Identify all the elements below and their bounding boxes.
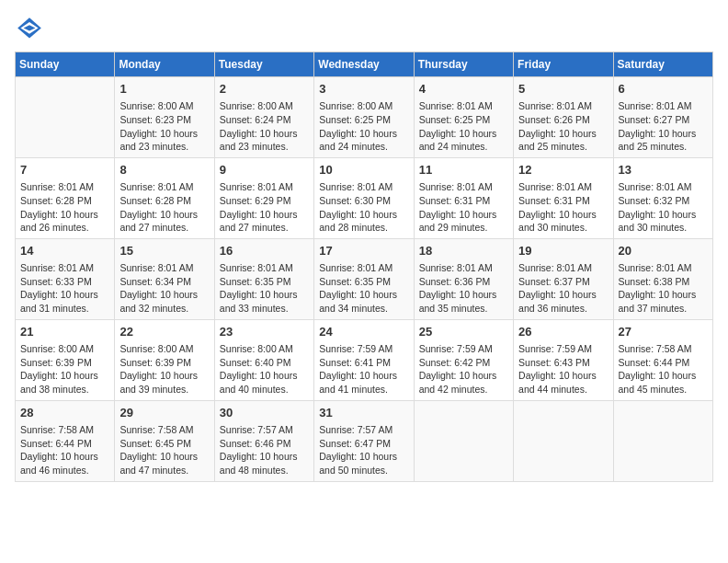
day-info: Sunrise: 8:01 AMSunset: 6:38 PMDaylight:…: [619, 261, 708, 316]
week-row-4: 21Sunrise: 8:00 AMSunset: 6:39 PMDayligh…: [16, 319, 713, 400]
calendar-table: SundayMondayTuesdayWednesdayThursdayFrid…: [15, 52, 713, 482]
day-number: 30: [220, 405, 309, 421]
day-cell: 31Sunrise: 7:57 AMSunset: 6:47 PMDayligh…: [314, 400, 414, 481]
week-row-1: 1Sunrise: 8:00 AMSunset: 6:23 PMDaylight…: [16, 77, 713, 158]
day-cell: 20Sunrise: 8:01 AMSunset: 6:38 PMDayligh…: [613, 238, 712, 319]
day-info: Sunrise: 8:01 AMSunset: 6:35 PMDaylight:…: [319, 261, 408, 316]
day-number: 13: [619, 162, 708, 178]
logo-icon: [15, 15, 44, 44]
day-number: 18: [419, 243, 508, 259]
day-info: Sunrise: 7:58 AMSunset: 6:45 PMDaylight:…: [119, 423, 209, 477]
day-number: 3: [319, 81, 408, 98]
day-info: Sunrise: 8:00 AMSunset: 6:23 PMDaylight:…: [119, 99, 209, 154]
day-info: Sunrise: 8:01 AMSunset: 6:27 PMDaylight:…: [619, 99, 708, 154]
day-number: 27: [619, 324, 708, 340]
day-cell: 25Sunrise: 7:59 AMSunset: 6:42 PMDayligh…: [414, 319, 513, 400]
day-number: 15: [119, 243, 209, 259]
calendar-header: SundayMondayTuesdayWednesdayThursdayFrid…: [16, 52, 713, 77]
day-cell: 27Sunrise: 7:58 AMSunset: 6:44 PMDayligh…: [613, 319, 712, 400]
page-header: [15, 15, 713, 44]
day-number: 31: [319, 405, 408, 421]
day-number: 16: [220, 243, 309, 259]
week-row-5: 28Sunrise: 7:58 AMSunset: 6:44 PMDayligh…: [16, 400, 713, 481]
day-cell: 16Sunrise: 8:01 AMSunset: 6:35 PMDayligh…: [214, 238, 313, 319]
column-header-thursday: Thursday: [414, 52, 513, 77]
day-number: 23: [220, 324, 309, 340]
day-cell: 6Sunrise: 8:01 AMSunset: 6:27 PMDaylight…: [613, 77, 712, 158]
day-info: Sunrise: 8:01 AMSunset: 6:28 PMDaylight:…: [119, 180, 209, 235]
day-info: Sunrise: 7:59 AMSunset: 6:41 PMDaylight:…: [319, 342, 408, 396]
day-cell: 2Sunrise: 8:00 AMSunset: 6:24 PMDaylight…: [214, 77, 313, 158]
day-number: 5: [518, 81, 608, 98]
day-number: 22: [119, 324, 209, 340]
day-number: 26: [518, 324, 608, 340]
day-cell: 22Sunrise: 8:00 AMSunset: 6:39 PMDayligh…: [115, 319, 214, 400]
day-info: Sunrise: 8:01 AMSunset: 6:30 PMDaylight:…: [319, 180, 408, 235]
day-info: Sunrise: 7:57 AMSunset: 6:47 PMDaylight:…: [319, 423, 408, 477]
day-number: 19: [518, 243, 608, 259]
day-number: 6: [619, 81, 708, 98]
day-info: Sunrise: 8:01 AMSunset: 6:25 PMDaylight:…: [419, 99, 508, 154]
day-number: 29: [119, 405, 209, 421]
day-cell: 21Sunrise: 8:00 AMSunset: 6:39 PMDayligh…: [16, 319, 115, 400]
day-info: Sunrise: 8:01 AMSunset: 6:29 PMDaylight:…: [220, 180, 309, 235]
day-cell: [414, 400, 513, 481]
day-info: Sunrise: 8:01 AMSunset: 6:31 PMDaylight:…: [518, 180, 608, 235]
day-info: Sunrise: 8:01 AMSunset: 6:32 PMDaylight:…: [619, 180, 708, 235]
day-info: Sunrise: 8:01 AMSunset: 6:34 PMDaylight:…: [119, 261, 209, 316]
day-info: Sunrise: 8:01 AMSunset: 6:33 PMDaylight:…: [20, 261, 109, 316]
day-number: 11: [419, 162, 508, 178]
day-cell: 8Sunrise: 8:01 AMSunset: 6:28 PMDaylight…: [115, 157, 214, 238]
day-cell: [613, 400, 712, 481]
day-cell: 14Sunrise: 8:01 AMSunset: 6:33 PMDayligh…: [16, 238, 115, 319]
day-cell: 26Sunrise: 7:59 AMSunset: 6:43 PMDayligh…: [514, 319, 613, 400]
column-header-saturday: Saturday: [613, 52, 712, 77]
day-cell: 11Sunrise: 8:01 AMSunset: 6:31 PMDayligh…: [414, 157, 513, 238]
day-number: 1: [119, 81, 209, 98]
day-info: Sunrise: 8:00 AMSunset: 6:40 PMDaylight:…: [220, 342, 309, 396]
logo: [15, 15, 48, 44]
column-header-sunday: Sunday: [16, 52, 115, 77]
day-cell: 18Sunrise: 8:01 AMSunset: 6:36 PMDayligh…: [414, 238, 513, 319]
day-info: Sunrise: 8:00 AMSunset: 6:25 PMDaylight:…: [319, 99, 408, 154]
day-cell: 7Sunrise: 8:01 AMSunset: 6:28 PMDaylight…: [16, 157, 115, 238]
day-info: Sunrise: 8:01 AMSunset: 6:28 PMDaylight:…: [20, 180, 109, 235]
day-info: Sunrise: 8:01 AMSunset: 6:31 PMDaylight:…: [419, 180, 508, 235]
day-cell: 29Sunrise: 7:58 AMSunset: 6:45 PMDayligh…: [115, 400, 214, 481]
day-info: Sunrise: 8:00 AMSunset: 6:39 PMDaylight:…: [119, 342, 209, 396]
day-cell: 13Sunrise: 8:01 AMSunset: 6:32 PMDayligh…: [613, 157, 712, 238]
day-cell: 19Sunrise: 8:01 AMSunset: 6:37 PMDayligh…: [514, 238, 613, 319]
day-number: 14: [20, 243, 109, 259]
day-number: 10: [319, 162, 408, 178]
day-info: Sunrise: 7:59 AMSunset: 6:42 PMDaylight:…: [419, 342, 508, 396]
day-number: 8: [119, 162, 209, 178]
day-cell: 4Sunrise: 8:01 AMSunset: 6:25 PMDaylight…: [414, 77, 513, 158]
day-number: 28: [20, 405, 109, 421]
day-number: 4: [419, 81, 508, 98]
day-cell: 17Sunrise: 8:01 AMSunset: 6:35 PMDayligh…: [314, 238, 414, 319]
day-number: 9: [220, 162, 309, 178]
day-number: 7: [20, 162, 109, 178]
day-number: 20: [619, 243, 708, 259]
column-header-monday: Monday: [115, 52, 214, 77]
week-row-3: 14Sunrise: 8:01 AMSunset: 6:33 PMDayligh…: [16, 238, 713, 319]
day-cell: 28Sunrise: 7:58 AMSunset: 6:44 PMDayligh…: [16, 400, 115, 481]
day-number: 12: [518, 162, 608, 178]
day-info: Sunrise: 8:00 AMSunset: 6:24 PMDaylight:…: [220, 99, 309, 154]
day-cell: 24Sunrise: 7:59 AMSunset: 6:41 PMDayligh…: [314, 319, 414, 400]
column-header-wednesday: Wednesday: [314, 52, 414, 77]
week-row-2: 7Sunrise: 8:01 AMSunset: 6:28 PMDaylight…: [16, 157, 713, 238]
day-cell: 12Sunrise: 8:01 AMSunset: 6:31 PMDayligh…: [514, 157, 613, 238]
day-cell: 3Sunrise: 8:00 AMSunset: 6:25 PMDaylight…: [314, 77, 414, 158]
column-header-friday: Friday: [514, 52, 613, 77]
day-number: 17: [319, 243, 408, 259]
day-cell: 1Sunrise: 8:00 AMSunset: 6:23 PMDaylight…: [115, 77, 214, 158]
day-number: 21: [20, 324, 109, 340]
day-number: 2: [220, 81, 309, 98]
day-info: Sunrise: 7:57 AMSunset: 6:46 PMDaylight:…: [220, 423, 309, 477]
day-cell: 23Sunrise: 8:00 AMSunset: 6:40 PMDayligh…: [214, 319, 313, 400]
day-info: Sunrise: 8:00 AMSunset: 6:39 PMDaylight:…: [20, 342, 109, 396]
day-number: 24: [319, 324, 408, 340]
day-info: Sunrise: 7:58 AMSunset: 6:44 PMDaylight:…: [619, 342, 708, 396]
day-info: Sunrise: 8:01 AMSunset: 6:36 PMDaylight:…: [419, 261, 508, 316]
